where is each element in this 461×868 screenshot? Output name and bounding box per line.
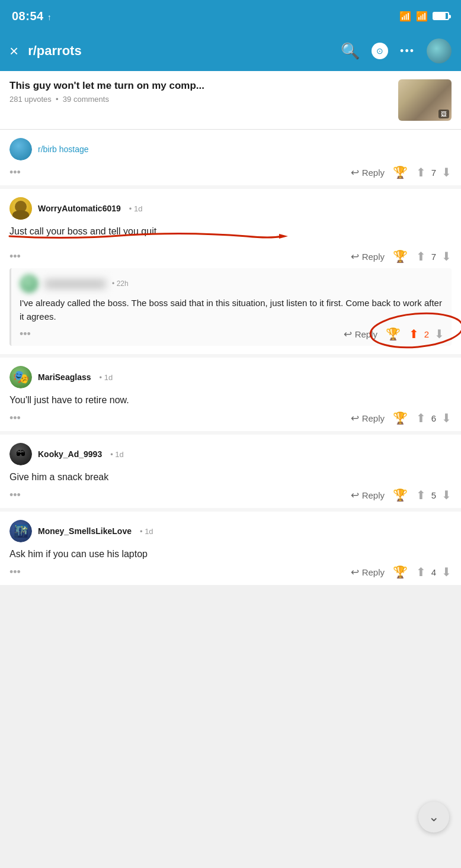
comment-header: r/birb hostage (9, 138, 452, 160)
comment-username[interactable]: WorryAutomatic6019 (38, 204, 121, 213)
reply-button[interactable]: ↩ Reply (351, 250, 385, 263)
reply-label[interactable]: Reply (362, 252, 385, 262)
award-icon[interactable]: 🏆 (393, 165, 408, 179)
comments-container: r/birb hostage ••• ↩ Reply 🏆 ⬆ 7 ⬇ Worry… (0, 130, 461, 585)
status-bar: 08:54 ↑ 📶 📶 (0, 0, 461, 31)
comment-body: Ask him if you can use his laptop (9, 547, 452, 561)
reply-label[interactable]: Reply (362, 168, 385, 178)
avatar (9, 197, 32, 220)
downvote-button[interactable]: ⬇ (441, 565, 452, 579)
upvote-button[interactable]: ⬆ (416, 249, 426, 263)
status-icons: 📶 📶 (399, 11, 449, 22)
award-icon[interactable]: 🏆 (393, 411, 408, 425)
vote-controls: ⬆ 7 ⬇ (416, 165, 452, 179)
reply-button[interactable]: ↩ Reply (351, 166, 385, 179)
signal-icon: 📶 (399, 11, 411, 22)
upvote-count: 281 upvotes (9, 95, 52, 104)
reply-icon: ↩ (351, 489, 359, 501)
post-title[interactable]: This guy won't let me turn on my comp... (9, 79, 391, 92)
filter-icon[interactable]: ⊙ (372, 43, 388, 59)
award-icon[interactable]: 🏆 (393, 249, 408, 263)
comment-username[interactable]: Money_SmellsLikeLove (38, 526, 132, 536)
avatar (9, 366, 32, 388)
reply-icon: ↩ (351, 250, 359, 263)
status-time: 08:54 ↑ (12, 9, 52, 23)
reply-label[interactable]: Reply (362, 413, 385, 423)
vote-count: 5 (430, 490, 438, 500)
post-thumbnail[interactable]: 🖼 (398, 79, 452, 121)
more-options-button[interactable]: ••• (9, 166, 21, 179)
media-icon: 🖼 (438, 110, 449, 118)
close-button[interactable]: × (9, 42, 18, 60)
search-icon[interactable]: 🔍 (341, 42, 360, 60)
vote-controls: ⬆ 7 ⬇ (416, 249, 452, 263)
reply-label[interactable]: Reply (362, 567, 385, 577)
award-icon[interactable]: 🏆 (386, 327, 401, 341)
upvote-button[interactable]: ⬆ (416, 165, 426, 179)
more-options-button[interactable]: ••• (20, 328, 31, 340)
comment-actions: ••• ↩ Reply 🏆 ⬆ 6 ⬇ (9, 411, 452, 425)
downvote-button[interactable]: ⬇ (434, 327, 444, 341)
reply-button[interactable]: ↩ Reply (351, 489, 385, 501)
more-options-button[interactable]: ••• (9, 250, 21, 263)
comment-count: 39 comments (63, 95, 109, 104)
comment-username[interactable]: Kooky_Ad_9993 (38, 449, 102, 459)
vote-controls: ⬆ 2 ⬇ (409, 327, 444, 341)
downvote-button[interactable]: ⬇ (441, 249, 452, 263)
comment-header: WorryAutomatic6019 • 1d (9, 197, 452, 220)
nested-actions: ••• ↩ Reply 🏆 ⬆ 2 ⬇ (20, 327, 444, 341)
downvote-button[interactable]: ⬇ (441, 411, 452, 425)
comment-actions: ••• ↩ Reply 🏆 ⬆ 4 ⬇ (9, 565, 452, 579)
vote-award-group: 🏆 ⬆ 2 ⬇ (386, 327, 444, 341)
avatar[interactable] (427, 38, 452, 63)
reply-button[interactable]: ↩ Reply (344, 328, 377, 340)
vote-count: 7 (430, 168, 438, 178)
avatar: 🌃 (9, 520, 32, 542)
comment-time: • 1d (129, 204, 143, 213)
comment-time: • 1d (140, 527, 153, 536)
comment-item: MariSeaglass • 1d You'll just have to re… (0, 358, 461, 431)
post-info: This guy won't let me turn on my comp...… (9, 79, 391, 104)
battery-icon (433, 12, 449, 20)
comment-username[interactable]: MariSeaglass (38, 372, 91, 382)
upvote-button[interactable]: ⬆ (416, 411, 426, 425)
svg-marker-0 (279, 234, 288, 239)
reply-icon: ↩ (351, 566, 359, 578)
reply-icon: ↩ (344, 328, 352, 340)
more-options-button[interactable]: ••• (9, 489, 21, 501)
comment-actions: ••• ↩ Reply 🏆 ⬆ 7 ⬇ (9, 165, 452, 179)
upvote-button[interactable]: ⬆ (409, 327, 419, 341)
reply-label[interactable]: Reply (355, 329, 377, 339)
comment-actions: ••• ↩ Reply 🏆 ⬆ 7 ⬇ (9, 249, 452, 263)
post-meta: 281 upvotes • 39 comments (9, 95, 391, 104)
comment-item: 🌃 Money_SmellsLikeLove • 1d Ask him if y… (0, 512, 461, 585)
reply-button[interactable]: ↩ Reply (351, 566, 385, 578)
award-icon[interactable]: 🏆 (393, 488, 408, 502)
scroll-down-button[interactable]: ⌄ (418, 802, 449, 832)
comment-header: MariSeaglass • 1d (9, 366, 452, 388)
reply-button[interactable]: ↩ Reply (351, 412, 385, 425)
vote-count: 7 (430, 252, 438, 262)
nested-comment: ██████████ • 22h I've already called the… (9, 268, 452, 346)
more-options-button[interactable]: ••• (9, 412, 21, 425)
reply-label[interactable]: Reply (362, 490, 385, 500)
upvote-button[interactable]: ⬆ (416, 565, 426, 579)
post-header: This guy won't let me turn on my comp...… (0, 71, 461, 130)
comment-actions: ••• ↩ Reply 🏆 ⬆ 5 ⬇ (9, 488, 452, 502)
nested-body: I've already called the boss. The boss s… (20, 297, 444, 323)
reply-icon: ↩ (351, 166, 359, 179)
upvote-button[interactable]: ⬆ (416, 488, 426, 502)
award-icon[interactable]: 🏆 (393, 565, 408, 579)
downvote-button[interactable]: ⬇ (441, 488, 452, 502)
comment-time: • 1d (100, 373, 113, 382)
app-bar: × r/parrots 🔍 ⊙ ••• (0, 31, 461, 71)
more-options-button[interactable]: ••• (9, 566, 21, 578)
vote-controls: ⬆ 5 ⬇ (416, 488, 452, 502)
app-bar-actions: 🔍 ⊙ ••• (341, 38, 452, 63)
nested-time: • 22h (112, 279, 129, 288)
comment-username[interactable]: r/birb hostage (38, 144, 89, 154)
downvote-button[interactable]: ⬇ (441, 165, 452, 179)
vote-count: 6 (430, 413, 438, 423)
more-options-icon[interactable]: ••• (400, 45, 415, 57)
nested-username[interactable]: ██████████ (43, 278, 107, 290)
